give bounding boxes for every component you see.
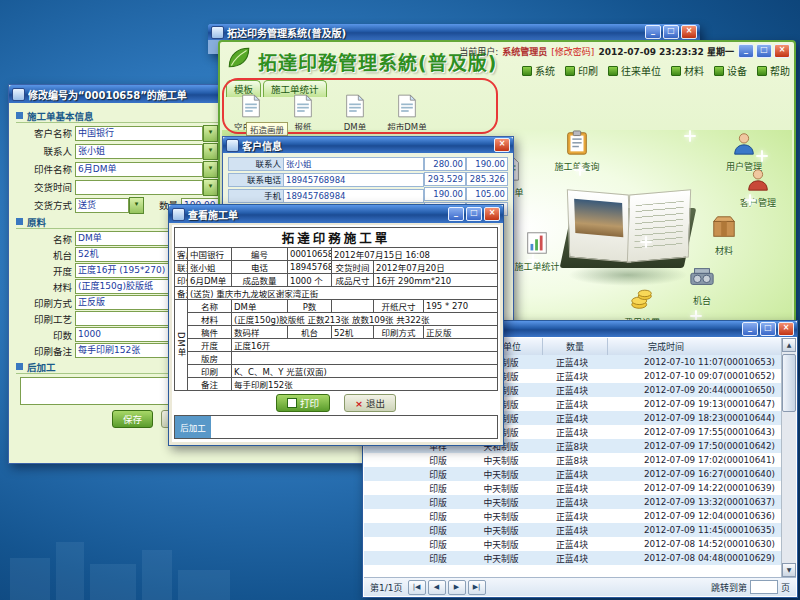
cell: 正蓝4块 — [540, 481, 604, 495]
table-row[interactable]: 印版中天制版正蓝4块2012-07-09 11:45(00010635) — [364, 523, 782, 537]
doc-value: 张小姐 — [188, 261, 232, 274]
scroll-up-icon[interactable]: ▲ — [782, 338, 796, 352]
money-icon — [612, 286, 672, 316]
table-row[interactable]: 印版中天制版正蓝4块2012-07-08 04:48(00010629) — [364, 551, 782, 565]
titlebar[interactable]: 查看施工单 _ □ × — [169, 205, 503, 223]
desktop-icon[interactable]: 施工单统计 — [507, 230, 567, 273]
field-input[interactable]: 送货 — [75, 198, 129, 213]
column-header[interactable]: 完成时间 — [608, 338, 782, 355]
menu-item[interactable]: 往来单位 — [608, 63, 661, 78]
jump-page-input[interactable] — [750, 580, 778, 594]
desktop-icon[interactable]: 施工单查询 — [547, 130, 607, 173]
main-header: 拓達印務管理系統(普及版) 当前用户: 系统管理员 [修改密码] 2012-07… — [220, 42, 794, 80]
close-button[interactable]: × — [484, 207, 500, 221]
cell: 2012-07-10 09:07(00010652) — [604, 369, 782, 383]
cell — [364, 467, 414, 481]
menu-icon — [671, 66, 681, 76]
doc-value — [232, 352, 498, 365]
minimize-button[interactable]: _ — [448, 207, 464, 221]
cell: 正蓝4块 — [540, 383, 604, 397]
table-row[interactable]: 印版中天制版正蓝4块2012-07-09 16:27(00010640) — [364, 467, 782, 481]
app-icon — [172, 208, 185, 221]
dropdown-icon[interactable]: ▾ — [203, 143, 218, 160]
maximize-button[interactable]: □ — [756, 44, 772, 58]
desktop-icon[interactable]: 机台 — [672, 264, 732, 307]
prev-page-button[interactable]: ◀ — [428, 580, 446, 595]
close-button[interactable]: × — [494, 138, 510, 152]
close-button[interactable]: × — [774, 44, 790, 58]
column-header[interactable]: 数量 — [543, 338, 608, 355]
dropdown-icon[interactable]: ▾ — [203, 161, 218, 178]
window-title: 拓达印务管理系统(普及版) — [227, 25, 642, 40]
doc-label: 印刷 — [188, 365, 232, 378]
maximize-button[interactable]: □ — [663, 25, 679, 39]
cell: 2012-07-09 16:27(00010640) — [604, 467, 782, 481]
first-page-button[interactable]: |◀ — [408, 580, 426, 595]
doc-label: 印件名称 — [175, 274, 188, 287]
customer-icon — [728, 166, 788, 196]
table-row[interactable]: 印版中天制版正蓝8块2012-07-09 17:02(00010641) — [364, 453, 782, 467]
table-row[interactable]: 印版中天制版正蓝4块2012-07-09 14:22(00010639) — [364, 481, 782, 495]
table-row[interactable]: 印版中天制版正蓝4块2012-07-09 12:04(00010636) — [364, 509, 782, 523]
menu-icon — [565, 66, 575, 76]
desktop-icon[interactable]: 客户管理 — [728, 166, 788, 209]
doc-value: (正度150g)胶版纸 正数213张 放数109张 共322张 — [232, 313, 498, 326]
vertical-scrollbar[interactable]: ▲ ▼ — [781, 338, 796, 577]
menu-item[interactable]: 帮助 — [757, 63, 790, 78]
toolbar-tooltip: 拓造画册 — [246, 122, 288, 136]
jump-suffix: 页 — [781, 581, 790, 594]
close-button[interactable]: × — [681, 25, 697, 39]
change-password-link[interactable]: [修改密码] — [551, 45, 594, 58]
jump-label: 跳转到第 — [711, 581, 747, 594]
cell: 印版 — [414, 467, 462, 481]
exit-button[interactable]: ×退出 — [344, 394, 396, 412]
minimize-button[interactable]: _ — [645, 25, 661, 39]
user-icon — [714, 130, 774, 160]
last-page-button[interactable]: ▶| — [468, 580, 486, 595]
field-input[interactable] — [75, 180, 203, 195]
minimize-button[interactable]: _ — [738, 44, 754, 58]
next-page-button[interactable]: ▶ — [448, 580, 466, 595]
page-indicator: 第1/1页 — [370, 581, 403, 594]
minimize-button[interactable]: _ — [742, 322, 758, 336]
field-label: 联系人 — [228, 157, 284, 171]
dropdown-icon[interactable]: ▾ — [203, 179, 218, 196]
menu-item[interactable]: 材料 — [671, 63, 704, 78]
cell: 2012-07-09 17:55(00010643) — [604, 425, 782, 439]
cell: 印版 — [414, 551, 462, 565]
print-button[interactable]: 打印 — [276, 394, 330, 412]
maximize-button[interactable]: □ — [466, 207, 482, 221]
field-label: 名称 — [16, 232, 75, 246]
menu-item[interactable]: 设备 — [714, 63, 747, 78]
field-input[interactable]: 6月DM单 — [75, 162, 203, 177]
scrollbar-thumb[interactable] — [782, 354, 796, 412]
field-input[interactable]: 18945768984 — [284, 189, 424, 203]
titlebar[interactable]: 客户信息 × — [223, 137, 513, 153]
menu-item[interactable]: 印刷 — [565, 63, 598, 78]
field-input[interactable]: 中国银行 — [75, 126, 203, 141]
close-button[interactable]: × — [778, 322, 794, 336]
cell: 2012-07-08 04:48(00010629) — [604, 551, 782, 565]
field-label: 联系人 — [16, 144, 75, 158]
paper-size-value: 285.326 — [466, 172, 508, 186]
dropdown-icon[interactable]: ▾ — [203, 125, 218, 142]
postprocess-section: 后加工 — [174, 415, 498, 439]
menu-label: 印刷 — [578, 63, 598, 78]
chart-icon — [507, 230, 567, 260]
save-button[interactable]: 保存 — [112, 410, 153, 428]
cell: 中天制版 — [462, 509, 540, 523]
dropdown-icon[interactable]: ▾ — [129, 197, 144, 214]
field-input[interactable]: 张小姐 — [75, 144, 203, 159]
table-row[interactable]: 印版中天制版正蓝4块2012-07-09 13:32(00010637) — [364, 495, 782, 509]
scroll-down-icon[interactable]: ▼ — [782, 563, 796, 577]
cell: 印版 — [414, 509, 462, 523]
field-input[interactable]: 张小姐 — [284, 157, 424, 171]
field-input[interactable]: 18945768984 — [284, 173, 424, 187]
table-row[interactable]: 印版中天制版正蓝4块2012-07-08 14:52(00010630) — [364, 537, 782, 551]
toolbar-item[interactable]: 超市DM单 — [384, 94, 430, 132]
menu-item[interactable]: 系统 — [522, 63, 555, 78]
maximize-button[interactable]: □ — [760, 322, 776, 336]
titlebar[interactable]: 拓达印务管理系统(普及版) _ □ × — [208, 24, 700, 40]
toolbar-item[interactable]: DM单 — [332, 94, 378, 132]
desktop-icon[interactable]: 材料 — [694, 214, 754, 257]
